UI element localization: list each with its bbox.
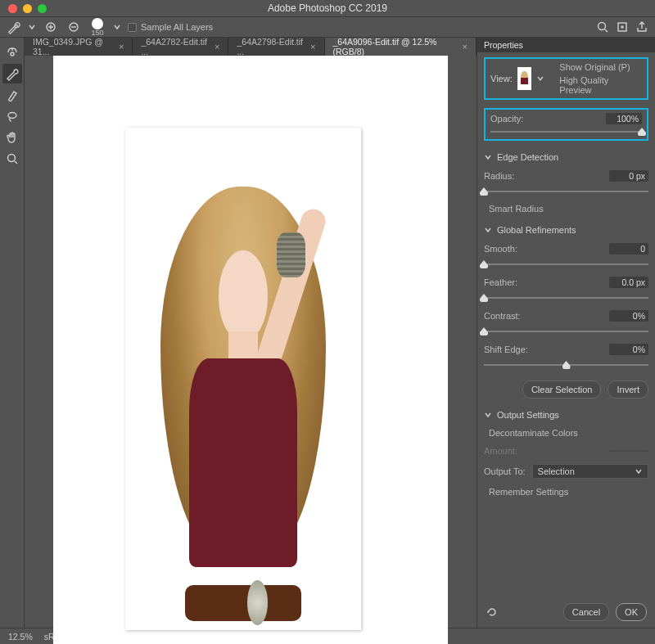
search-icon[interactable] <box>596 20 609 34</box>
svg-point-3 <box>599 23 606 30</box>
feather-slider[interactable] <box>484 294 648 302</box>
share-icon[interactable] <box>635 20 648 34</box>
radius-slider[interactable] <box>484 187 648 196</box>
current-tool-icon <box>7 20 21 34</box>
contrast-label: Contrast: <box>484 311 521 321</box>
svg-point-5 <box>621 26 623 28</box>
show-original-checkbox[interactable]: Show Original (P) <box>554 62 642 72</box>
properties-panel: Properties View: Show Original (P) High … <box>477 38 655 628</box>
brush-dot-icon <box>92 18 103 29</box>
svg-point-7 <box>8 113 16 119</box>
cancel-button[interactable]: Cancel <box>563 603 609 621</box>
decontaminate-label: Decontaminate Colors <box>489 428 578 438</box>
shift-edge-value[interactable]: 0% <box>609 344 648 355</box>
amount-field: Amount: <box>484 446 648 456</box>
tool-preset-dropdown[interactable] <box>28 23 36 31</box>
smooth-slider[interactable] <box>484 260 648 268</box>
ok-button[interactable]: OK <box>616 603 647 621</box>
chevron-down-icon[interactable] <box>536 74 544 83</box>
radius-field: Radius: 0 px <box>484 170 648 196</box>
view-label: View: <box>490 74 513 83</box>
sample-all-layers-checkbox[interactable]: Sample All Layers <box>128 22 213 32</box>
output-settings-title: Output Settings <box>497 410 559 420</box>
refine-edge-brush-tool[interactable] <box>2 64 22 83</box>
shift-edge-slider[interactable] <box>484 361 648 369</box>
high-quality-preview-checkbox[interactable]: High Quality Preview <box>554 75 642 95</box>
hand-tool[interactable] <box>2 128 22 147</box>
remember-settings-checkbox[interactable]: Remember Settings <box>484 487 648 497</box>
close-tab-icon[interactable]: × <box>463 42 468 52</box>
global-refinements-header[interactable]: Global Refinements <box>484 225 648 235</box>
view-mode-dropdown[interactable] <box>517 67 532 90</box>
brush-size-value: 150 <box>91 29 103 37</box>
decontaminate-colors-checkbox[interactable]: Decontaminate Colors <box>484 428 648 438</box>
options-bar: 150 Sample All Layers <box>0 16 655 38</box>
add-mode-icon[interactable] <box>43 19 59 35</box>
reset-icon[interactable] <box>486 606 499 619</box>
doc-tab-2[interactable]: _64A2798-Edit.tif ...× <box>228 38 324 56</box>
close-tab-icon[interactable]: × <box>215 42 219 52</box>
contrast-value[interactable]: 0% <box>609 310 648 322</box>
output-settings-header[interactable]: Output Settings <box>484 410 648 420</box>
brush-preview[interactable]: 150 <box>88 18 106 37</box>
brush-tool[interactable] <box>2 85 22 105</box>
contrast-field: Contrast:0% <box>484 310 648 336</box>
main-area: IMG_0349.JPG @ 31...× _64A2782-Edit.tif … <box>0 38 655 628</box>
app-title: Adobe Photoshop CC 2019 <box>0 2 655 14</box>
panel-title: Properties <box>477 38 655 52</box>
chevron-down-icon <box>484 411 492 419</box>
opacity-label: Opacity: <box>490 114 523 124</box>
feather-field: Feather:0.0 px <box>484 277 648 302</box>
maximize-window-button[interactable] <box>38 4 47 13</box>
slider-thumb-icon[interactable] <box>480 294 488 302</box>
edge-detection-header[interactable]: Edge Detection <box>484 152 648 162</box>
radius-value[interactable]: 0 px <box>609 170 648 182</box>
opacity-slider[interactable] <box>490 128 642 136</box>
minimize-window-button[interactable] <box>23 4 32 13</box>
slider-thumb-icon[interactable] <box>480 260 488 268</box>
close-window-button[interactable] <box>8 4 17 13</box>
smart-radius-checkbox[interactable]: Smart Radius <box>484 204 648 214</box>
slider-thumb-icon[interactable] <box>638 128 646 136</box>
close-tab-icon[interactable]: × <box>119 42 124 52</box>
document-canvas[interactable] <box>25 56 477 644</box>
smooth-value[interactable]: 0 <box>609 243 648 254</box>
svg-point-0 <box>15 25 18 28</box>
chevron-down-icon <box>484 153 492 161</box>
view-mode-section: View: Show Original (P) High Quality Pre… <box>484 57 648 100</box>
output-to-dropdown[interactable]: Selection <box>532 464 648 479</box>
show-original-label: Show Original (P) <box>559 62 630 72</box>
panel-footer: Cancel OK <box>477 597 655 628</box>
zoom-tool[interactable] <box>2 149 22 169</box>
invert-button[interactable]: Invert <box>608 381 648 399</box>
contrast-slider[interactable] <box>484 327 648 336</box>
doc-tab-1[interactable]: _64A2782-Edit.tif ...× <box>133 38 228 56</box>
slider-thumb-icon[interactable] <box>480 187 488 196</box>
slider-thumb-icon[interactable] <box>480 327 488 336</box>
canvas-area: IMG_0349.JPG @ 31...× _64A2782-Edit.tif … <box>25 38 477 628</box>
output-to-label: Output To: <box>484 466 526 476</box>
window-controls <box>0 4 47 13</box>
document-background <box>53 56 448 644</box>
subtract-mode-icon[interactable] <box>66 19 82 35</box>
close-tab-icon[interactable]: × <box>310 42 315 52</box>
clear-selection-button[interactable]: Clear Selection <box>522 381 602 399</box>
lasso-tool[interactable] <box>2 106 22 126</box>
sample-all-layers-label: Sample All Layers <box>141 22 213 32</box>
feather-label: Feather: <box>484 277 517 287</box>
global-refinements-title: Global Refinements <box>497 225 576 235</box>
brush-dropdown-icon[interactable] <box>113 23 121 31</box>
opacity-value[interactable]: 100% <box>606 113 642 124</box>
tab-label: _64A9096-Edit.tif @ 12.5% (RGB/8) <box>333 37 456 56</box>
slider-thumb-icon[interactable] <box>562 361 571 369</box>
quick-selection-tool[interactable] <box>2 43 22 62</box>
chevron-down-icon <box>635 467 643 475</box>
feather-value[interactable]: 0.0 px <box>609 277 648 288</box>
doc-tab-3[interactable]: _64A9096-Edit.tif @ 12.5% (RGB/8)× <box>325 38 477 56</box>
chevron-down-icon <box>484 226 492 234</box>
subject-figure <box>139 178 346 630</box>
doc-tab-0[interactable]: IMG_0349.JPG @ 31...× <box>25 38 133 56</box>
amount-value <box>609 450 648 452</box>
edge-detection-title: Edge Detection <box>497 152 558 162</box>
frame-icon[interactable] <box>616 20 629 34</box>
